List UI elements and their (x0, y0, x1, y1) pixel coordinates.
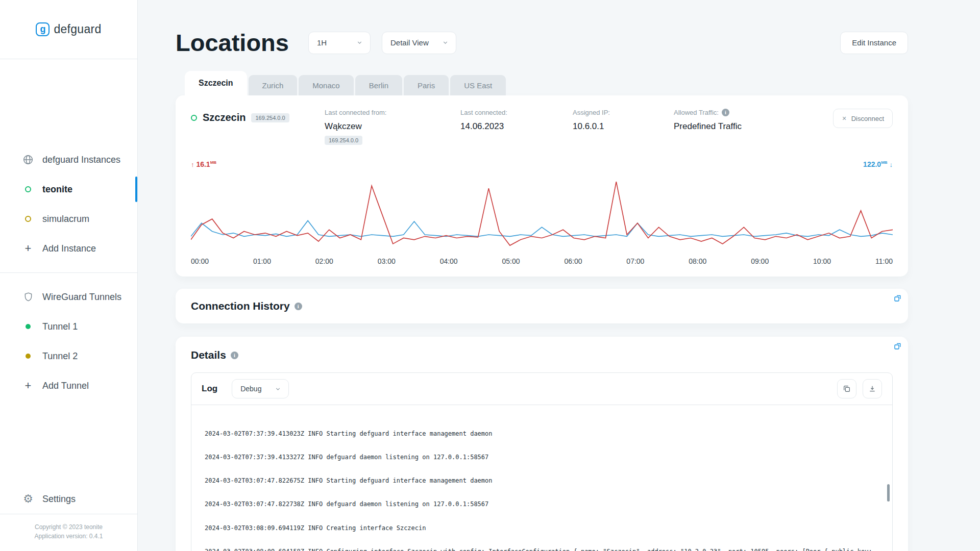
globe-icon (21, 154, 35, 165)
add-instance-button[interactable]: + Add Instance (0, 234, 137, 263)
x-tick: 09:00 (751, 257, 769, 265)
log-scrollbar[interactable] (887, 484, 890, 502)
connection-history-card: Connection History i (176, 289, 908, 323)
info-icon[interactable]: i (722, 109, 729, 116)
allowed-traffic-col: Allowed Traffic: i Predefined Traffic (674, 109, 742, 132)
sidebar-item-label: teonite (42, 184, 72, 195)
main-content: Locations 1H Detail View Edit Instance S… (138, 0, 980, 551)
add-instance-label: Add Instance (42, 243, 96, 254)
tab-szczecin[interactable]: Szczecin (185, 71, 247, 95)
sidebar-item-wireguard-tunnels[interactable]: WireGuard Tunnels (0, 282, 137, 312)
copy-icon (843, 385, 851, 393)
log-line: 2024-03-02T07:37:39.413327Z INFO defguar… (205, 454, 879, 461)
last-connected-label: Last connected: (460, 109, 548, 116)
copy-log-button[interactable] (837, 379, 856, 398)
expand-icon[interactable] (894, 342, 902, 352)
gear-icon: ⚙ (21, 493, 35, 505)
traffic-chart: 00:00 01:00 02:00 03:00 04:00 05:00 06:0… (191, 170, 893, 268)
tab-us-east[interactable]: US East (450, 75, 506, 95)
download-unit: MB (881, 160, 887, 165)
tunnel-status-icon (21, 354, 35, 359)
time-range-value: 1H (317, 38, 327, 47)
location-card: Szczecin 169.254.0.0 Last connected from… (176, 95, 908, 277)
sidebar-item-simulacrum[interactable]: simulacrum (0, 204, 137, 234)
disconnect-button[interactable]: ✕ Disconnect (833, 109, 893, 128)
download-series (191, 220, 893, 236)
allowed-traffic-label: Allowed Traffic: (674, 109, 719, 116)
info-icon[interactable]: i (231, 352, 238, 359)
close-icon: ✕ (842, 115, 846, 122)
log-line: 2024-03-02T03:07:47.822738Z INFO defguar… (205, 500, 879, 508)
defguard-logo-text: defguard (54, 22, 101, 36)
location-name-block: Szczecin 169.254.0.0 (191, 109, 325, 123)
sidebar-item-label: Settings (42, 494, 76, 505)
tab-monaco[interactable]: Monaco (299, 75, 353, 95)
page-title: Locations (176, 29, 289, 57)
sidebar-bottom: ⚙ Settings Copyright © 2023 teonite Appl… (0, 484, 137, 551)
last-connected-from-ip-badge: 169.254.0.0 (325, 136, 362, 145)
last-connected-from-value: Wąkczew (325, 121, 436, 132)
upload-series (191, 182, 893, 245)
info-icon[interactable]: i (295, 303, 302, 310)
sidebar-item-tunnel-1[interactable]: Tunnel 1 (0, 312, 137, 341)
copyright-text: Copyright © 2023 teonite (5, 522, 132, 532)
download-arrow-icon: ↓ (890, 161, 893, 168)
sidebar-item-instances[interactable]: defguard Instances (0, 145, 137, 174)
sidebar-item-tunnel-2[interactable]: Tunnel 2 (0, 341, 137, 371)
x-tick: 03:00 (378, 257, 396, 265)
log-line: 2024-03-02T03:08:09.694158Z INFO Configu… (205, 548, 879, 551)
x-tick: 01:00 (253, 257, 271, 265)
log-line: 2024-03-02T03:07:47.822675Z INFO Startin… (205, 477, 879, 485)
expand-icon[interactable] (894, 294, 902, 304)
sidebar-divider (0, 272, 137, 273)
download-stat: 122.0MB ↓ (863, 160, 893, 168)
log-level-select[interactable]: Debug (232, 379, 289, 398)
view-mode-select[interactable]: Detail View (382, 32, 456, 54)
x-tick: 00:00 (191, 257, 209, 265)
upload-unit: MB (210, 160, 216, 165)
log-line: 2024-03-02T03:08:09.694119Z INFO Creatin… (205, 524, 879, 532)
connection-history-title: Connection History (191, 300, 290, 312)
sidebar-item-label: Tunnel 1 (42, 321, 78, 332)
chevron-down-icon (442, 39, 449, 46)
sidebar-item-label: Tunnel 2 (42, 351, 78, 362)
defguard-logo[interactable]: g defguard (0, 0, 137, 59)
view-mode-value: Detail View (390, 38, 429, 47)
sidebar-item-teonite[interactable]: teonite (0, 174, 137, 204)
page-header: Locations 1H Detail View Edit Instance (176, 0, 908, 57)
x-tick: 05:00 (502, 257, 520, 265)
location-name: Szczecin (203, 112, 246, 123)
x-tick: 02:00 (315, 257, 333, 265)
tab-paris[interactable]: Paris (404, 75, 449, 95)
assigned-ip-col: Assigned IP: 10.6.0.1 (573, 109, 649, 132)
shield-icon (21, 291, 35, 303)
tab-berlin[interactable]: Berlin (355, 75, 402, 95)
allowed-traffic-value: Predefined Traffic (674, 121, 742, 132)
copyright: Copyright © 2023 teonite Application ver… (0, 514, 137, 551)
sidebar-item-label: simulacrum (42, 214, 89, 224)
x-tick: 08:00 (689, 257, 706, 265)
x-tick: 04:00 (440, 257, 458, 265)
tab-zurich[interactable]: Zurich (249, 75, 298, 95)
upload-total: 16.1 (196, 160, 210, 168)
instance-status-icon (21, 186, 35, 192)
log-header: Log Debug (191, 373, 892, 405)
last-connected-from-label: Last connected from: (325, 109, 436, 116)
plus-icon: + (21, 243, 35, 254)
sidebar-item-settings[interactable]: ⚙ Settings (0, 484, 137, 514)
download-total: 122.0 (863, 160, 881, 168)
x-tick: 10:00 (813, 257, 831, 265)
time-range-select[interactable]: 1H (308, 32, 371, 54)
traffic-stats: ↑ 16.1MB 122.0MB ↓ (191, 160, 893, 168)
assigned-ip-label: Assigned IP: (573, 109, 649, 116)
sidebar-item-label: WireGuard Tunnels (42, 292, 121, 303)
app-version: Application version: 0.4.1 (5, 532, 132, 541)
add-tunnel-button[interactable]: + Add Tunnel (0, 371, 137, 400)
x-tick: 06:00 (564, 257, 582, 265)
instance-status-icon (21, 216, 35, 222)
edit-instance-button[interactable]: Edit Instance (840, 32, 908, 54)
add-tunnel-label: Add Tunnel (42, 381, 89, 391)
upload-arrow-icon: ↑ (191, 161, 194, 168)
download-log-button[interactable] (863, 379, 882, 398)
last-connected-from-col: Last connected from: Wąkczew 169.254.0.0 (325, 109, 436, 145)
